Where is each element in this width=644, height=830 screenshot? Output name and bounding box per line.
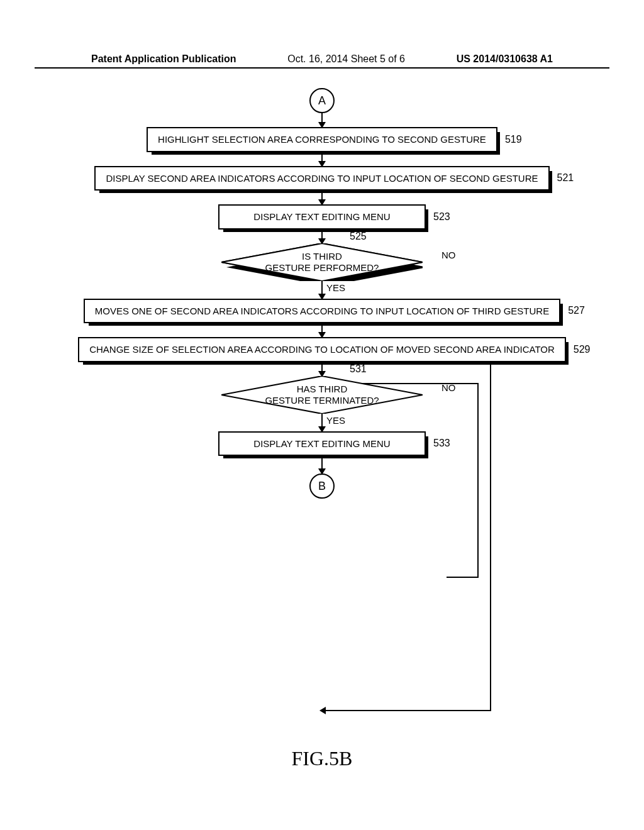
arrow-icon (321, 323, 323, 337)
ref-531: 531 (350, 363, 367, 375)
process-box-523: DISPLAY TEXT EDITING MENU (218, 204, 426, 230)
node-533: DISPLAY TEXT EDITING MENU 533 (218, 431, 426, 456)
no-label-525: NO (441, 250, 456, 260)
process-box-519: HIGHLIGHT SELECTION AREA CORRESPONDING T… (147, 127, 497, 152)
figure-label: FIG.5B (292, 747, 353, 770)
process-text: DISPLAY TEXT EDITING MENU (253, 438, 390, 449)
ref-519: 519 (505, 134, 522, 145)
header-right: US 2014/0310638 A1 (457, 53, 553, 65)
yes-label-531: YES (326, 415, 345, 426)
flowchart-diagram: A HIGHLIGHT SELECTION AREA CORRESPONDING… (0, 88, 644, 499)
ref-533: 533 (433, 438, 450, 449)
process-text: MOVES ONE OF SECOND AREA INDICATORS ACCO… (95, 306, 549, 316)
connector-a: A (309, 88, 335, 113)
arrow-icon (321, 456, 323, 473)
node-527: MOVES ONE OF SECOND AREA INDICATORS ACCO… (84, 299, 560, 324)
node-525: IS THIRD GESTURE PERFORMED? 525 NO (221, 243, 423, 281)
no-label-531: NO (441, 382, 456, 393)
process-text: DISPLAY TEXT EDITING MENU (253, 211, 390, 222)
page-header: Patent Application Publication Oct. 16, … (35, 53, 609, 69)
connector-b: B (309, 473, 335, 499)
node-529: CHANGE SIZE OF SELECTION AREA ACCORDING … (78, 337, 566, 362)
connector-a-label: A (318, 94, 326, 108)
ref-527: 527 (568, 305, 585, 316)
process-box-527: MOVES ONE OF SECOND AREA INDICATORS ACCO… (84, 299, 560, 324)
yes-segment-531: YES (321, 414, 323, 431)
header-center: Oct. 16, 2014 Sheet 5 of 6 (287, 53, 405, 65)
process-text: DISPLAY SECOND AREA INDICATORS ACCORDING… (106, 173, 538, 184)
ref-523: 523 (433, 211, 450, 223)
decision-531: HAS THIRD GESTURE TERMINATED? (221, 376, 423, 414)
yes-segment-525: YES (321, 281, 323, 299)
arrow-icon (321, 362, 323, 376)
node-521: DISPLAY SECOND AREA INDICATORS ACCORDING… (94, 166, 549, 191)
arrow-icon (321, 230, 323, 243)
ref-529: 529 (574, 344, 591, 355)
arrow-icon (321, 191, 323, 204)
process-text: CHANGE SIZE OF SELECTION AREA ACCORDING … (89, 344, 555, 355)
process-box-533: DISPLAY TEXT EDITING MENU (218, 431, 426, 456)
ref-525: 525 (350, 231, 367, 242)
decision-525: IS THIRD GESTURE PERFORMED? (221, 243, 423, 281)
arrow-icon (321, 414, 323, 431)
ref-521: 521 (557, 172, 574, 184)
header-left: Patent Application Publication (91, 53, 236, 65)
node-519: HIGHLIGHT SELECTION AREA CORRESPONDING T… (147, 127, 497, 152)
process-box-529: CHANGE SIZE OF SELECTION AREA ACCORDING … (78, 337, 566, 362)
decision-text: HAS THIRD GESTURE TERMINATED? (265, 384, 379, 406)
yes-label-525: YES (326, 282, 345, 293)
node-523: DISPLAY TEXT EDITING MENU 523 (218, 204, 426, 230)
arrow-icon (321, 113, 323, 127)
process-text: HIGHLIGHT SELECTION AREA CORRESPONDING T… (158, 134, 486, 145)
node-531: HAS THIRD GESTURE TERMINATED? 531 NO (221, 376, 423, 414)
decision-text: IS THIRD GESTURE PERFORMED? (265, 251, 379, 274)
arrow-icon (321, 281, 323, 299)
svg-marker-4 (319, 707, 326, 714)
connector-b-label: B (318, 480, 326, 493)
process-box-521: DISPLAY SECOND AREA INDICATORS ACCORDING… (94, 166, 549, 191)
arrow-icon (321, 152, 323, 166)
